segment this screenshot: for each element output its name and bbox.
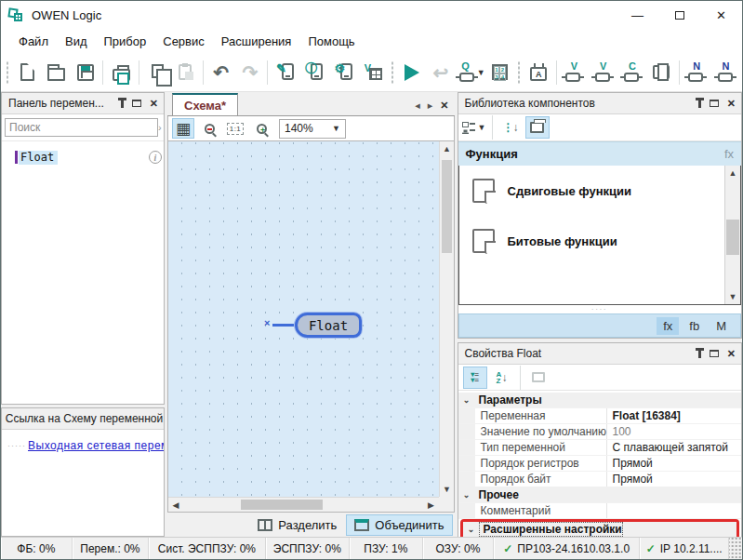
output-variable-block-button[interactable]: V	[589, 58, 617, 87]
canvas-vertical-scrollbar[interactable]: ▲ ▼	[439, 141, 454, 497]
schema-canvas[interactable]: × Float	[168, 141, 439, 497]
device-information-button[interactable]: ⓘ	[300, 58, 329, 87]
collapse-chevron-icon[interactable]: ⌄	[458, 393, 475, 407]
property-group-7[interactable]: ⌄Прочее	[458, 487, 742, 503]
property-pages-button[interactable]	[526, 367, 551, 389]
minimize-button[interactable]: —	[617, 1, 658, 29]
input-variable-block-button[interactable]: V	[560, 58, 589, 87]
property-row-8[interactable]: Комментарий	[458, 503, 742, 519]
collapse-chevron-icon[interactable]: ⌄	[463, 522, 480, 537]
maximize-panel-icon[interactable]	[710, 100, 719, 107]
float-block[interactable]: Float	[295, 313, 362, 338]
scroll-down-icon[interactable]: ▼	[440, 482, 455, 497]
variables-table-button[interactable]: V	[358, 58, 387, 87]
library-tab-fx[interactable]: fx	[657, 317, 679, 335]
toolbar-grip[interactable]	[516, 60, 523, 85]
library-scroll-thumb[interactable]	[726, 220, 739, 255]
variable-item-float[interactable]: Float i	[15, 149, 164, 166]
q-block-button[interactable]: Q▼	[456, 58, 485, 87]
search-input[interactable]	[5, 118, 158, 137]
library-scrollbar[interactable]: ▲ ▼	[724, 166, 740, 304]
write-to-device-button[interactable]: ✎	[271, 58, 299, 87]
property-row-5[interactable]: Порядок регистровПрямой	[458, 456, 742, 472]
pin-icon[interactable]	[698, 100, 701, 108]
device-settings-button[interactable]: ⚙	[329, 58, 358, 87]
simulation-values-button[interactable]: 1234	[485, 58, 514, 87]
scroll-right-icon[interactable]: ▶	[424, 498, 439, 513]
property-row-6[interactable]: Порядок байтПрямой	[458, 472, 742, 487]
menu-item-6[interactable]: Помощь	[299, 32, 363, 51]
output-network-variable-link[interactable]: Выходная сетевая перемен	[28, 439, 164, 452]
scroll-left-icon[interactable]: ◀	[168, 498, 183, 513]
zoom-in-button[interactable]: +	[250, 118, 272, 139]
tab-close-icon[interactable]: ✕	[440, 100, 448, 111]
close-panel-icon[interactable]: ✕	[727, 349, 736, 359]
tab-schema[interactable]: Схема*	[172, 93, 238, 115]
search-expander-icon[interactable]: ›	[158, 122, 162, 133]
network-output-block-button[interactable]: N	[711, 58, 740, 87]
horizontal-scroll-thumb[interactable]	[241, 500, 323, 510]
scroll-up-icon[interactable]: ▲	[725, 166, 740, 180]
maximize-panel-icon[interactable]	[132, 100, 141, 107]
print-button[interactable]	[106, 58, 135, 87]
schedule-button[interactable]: A	[524, 58, 553, 87]
pin-icon[interactable]	[121, 100, 124, 108]
resize-grip[interactable]	[729, 538, 742, 559]
open-project-button[interactable]	[42, 58, 71, 87]
connection-point-icon[interactable]: ×	[264, 317, 270, 328]
zoom-level-select[interactable]: 140% ▼	[279, 119, 346, 139]
maximize-panel-icon[interactable]	[710, 350, 719, 357]
close-button[interactable]: ✕	[700, 1, 742, 29]
menu-item-3[interactable]: Прибор	[96, 32, 155, 51]
save-project-button[interactable]	[71, 58, 100, 87]
sort-button[interactable]: ⋮↓	[498, 116, 523, 139]
undo-button[interactable]: ↶	[206, 58, 235, 87]
property-row-2[interactable]: ПеременнаяFloat [16384]	[458, 408, 742, 424]
toolbar-grip[interactable]	[389, 60, 395, 85]
zoom-actual-button[interactable]: 1:1	[224, 118, 246, 139]
new-document-button[interactable]	[13, 58, 42, 87]
collapse-chevron-icon[interactable]: ⌄	[458, 487, 475, 502]
split-view-button[interactable]: Разделить	[250, 515, 344, 535]
vertical-scroll-thumb[interactable]	[442, 160, 452, 253]
maximize-button[interactable]	[658, 1, 700, 29]
property-group-9[interactable]: ⌄Расширенные настройки	[463, 522, 737, 537]
zoom-out-button[interactable]	[198, 118, 220, 139]
folders-view-button[interactable]	[525, 116, 550, 139]
scroll-down-icon[interactable]: ▼	[725, 289, 740, 304]
close-panel-icon[interactable]: ✕	[727, 99, 736, 109]
library-section-header[interactable]: Функция fx	[458, 141, 742, 166]
menu-item-5[interactable]: Расширения	[213, 32, 300, 51]
tab-scroll-left-icon[interactable]: ◂	[415, 100, 420, 112]
device-io-button[interactable]	[646, 58, 675, 87]
categorized-view-button[interactable]: ▾=▾=	[463, 367, 487, 389]
canvas-horizontal-scrollbar[interactable]: ◀ ▶	[168, 497, 439, 512]
menu-item-1[interactable]: Файл	[10, 32, 57, 51]
property-value: С плавающей запятой	[607, 441, 742, 454]
info-icon[interactable]: i	[149, 151, 162, 164]
library-item-2[interactable]: Битовые функции	[459, 216, 725, 266]
merge-view-button[interactable]: Объединить	[346, 514, 452, 536]
library-tab-fb[interactable]: fb	[683, 317, 706, 335]
menu-item-2[interactable]: Вид	[57, 32, 96, 51]
property-row-3[interactable]: Значение по умолчанию100	[458, 424, 742, 440]
pin-icon[interactable]	[698, 350, 701, 358]
tab-scroll-right-icon[interactable]: ▸	[428, 100, 433, 112]
grid-toggle-button[interactable]: ▦	[172, 118, 194, 139]
panel-splitter-handle[interactable]: ····	[458, 305, 742, 313]
close-panel-icon[interactable]: ✕	[150, 99, 158, 109]
copy-button[interactable]	[142, 58, 171, 87]
scroll-up-icon[interactable]: ▲	[440, 141, 455, 156]
view-mode-button[interactable]: ▼	[462, 116, 486, 139]
menu-item-4[interactable]: Сервис	[154, 32, 213, 51]
toolbar-grip[interactable]	[5, 60, 11, 85]
library-tab-M[interactable]: M	[710, 317, 733, 335]
library-item-1[interactable]: Сдвиговые функции	[459, 166, 725, 216]
constant-block-button[interactable]: C	[617, 58, 646, 87]
alphabetical-view-button[interactable]: AZ↓	[490, 367, 514, 389]
property-group-1[interactable]: ⌄Параметры	[458, 393, 742, 408]
start-simulation-button[interactable]	[397, 58, 426, 87]
property-row-4[interactable]: Тип переменнойС плавающей запятой	[458, 440, 742, 456]
bottom-actions-bar: Разделить Объединить	[167, 513, 455, 537]
network-input-block-button[interactable]: N	[683, 58, 711, 87]
